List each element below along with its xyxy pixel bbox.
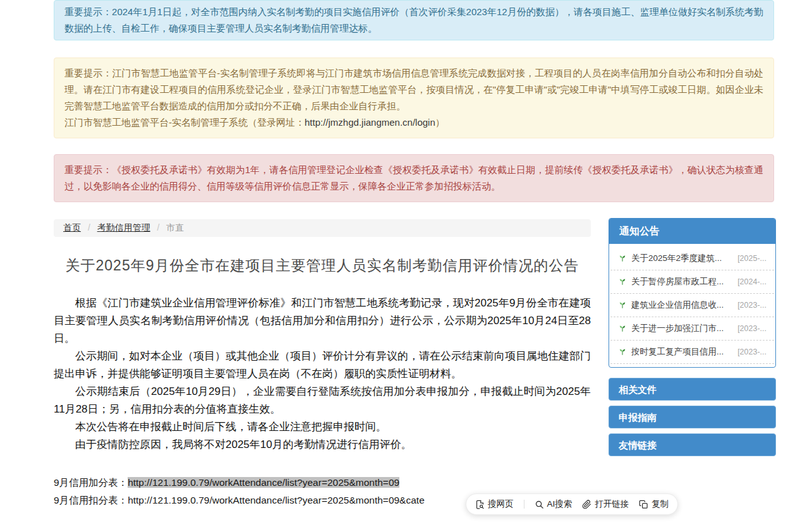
- search-web-label: 搜网页: [488, 499, 514, 510]
- paragraph: 公示期间，如对本企业（项目）或其他企业（项目）评价计分有异议的，请在公示结束前向…: [54, 348, 591, 383]
- page-search-icon: [475, 500, 485, 509]
- copy-label: 复制: [651, 499, 669, 510]
- alert-warning-login-line: 江门市智慧工地监管平台-实名制管理子系统（登录网址：http://jmzhgd.…: [64, 114, 763, 131]
- paragraph: 本次公告将在申报截止时间后下线，请各企业注意把握申报时间。: [54, 418, 591, 436]
- breadcrumb-current: 市直: [166, 222, 184, 233]
- notice-panel-list: 关于2025年2季度建筑... [2025-... 关于暂停房屋市政工程... …: [609, 244, 775, 367]
- article-body: 根据《江门市建筑业企业信用管理评价标准》和江门市智慧工地系统考勤记录，现对202…: [54, 294, 591, 454]
- notice-item-date: [2023-...: [737, 348, 767, 356]
- search-icon: [535, 500, 544, 509]
- sidebar: 通知公告 关于2025年2季度建筑... [2025-... 关于暂停房屋市政工…: [609, 218, 776, 456]
- ai-search-label: AI搜索: [547, 499, 573, 510]
- selection-toolbar: 搜网页 AI搜索 打开链接 复制: [466, 493, 678, 515]
- search-web-button[interactable]: 搜网页: [475, 499, 514, 510]
- list-item[interactable]: 关于2025年2季度建筑... [2025-...: [610, 247, 774, 270]
- notice-item-title: 关于进一步加强江门市...: [631, 323, 733, 334]
- notice-item-date: [2023-...: [737, 324, 767, 333]
- open-link-button[interactable]: 打开链接: [582, 499, 629, 510]
- sprout-icon: [618, 301, 627, 310]
- alert-danger-text: 重要提示：《授权委托及承诺书》有效期为1年，请各信用管理登记企业检查《授权委托及…: [64, 164, 763, 191]
- copy-icon: [639, 500, 648, 509]
- alert-warning: 重要提示：江门市智慧工地监管平台-实名制管理子系统即将与江门市建筑市场信用信息管…: [54, 57, 774, 138]
- notice-item-date: [2024-...: [737, 277, 767, 286]
- alert-info: 重要提示：2024年1月1日起，对全市范围内纳入实名制考勤的项目实施信用评价（首…: [54, 0, 774, 40]
- login-line-prefix: 江门市智慧工地监管平台-实名制管理子系统（登录网址：: [64, 117, 305, 128]
- notice-item-title: 按时复工复产项目信用...: [631, 346, 733, 358]
- notice-item-title: 关于2025年2季度建筑...: [631, 253, 733, 264]
- announcement-article: 关于2025年9月份全市在建项目主要管理人员实名制考勤信用评价情况的公告 根据《…: [54, 256, 591, 509]
- notice-item-date: [2023-...: [737, 301, 767, 310]
- sprout-icon: [618, 348, 627, 356]
- breadcrumb-separator: /: [88, 222, 90, 233]
- list-item[interactable]: 关于暂停房屋市政工程... [2024-...: [610, 270, 774, 294]
- paragraph: 由于疫情防控原因，我局将不对2025年10月的考勤情况进行信用评价。: [54, 436, 591, 454]
- notice-item-date: [2025-...: [737, 254, 767, 263]
- sidebar-item-friendly-links[interactable]: 友情链接: [609, 433, 776, 456]
- list-item[interactable]: 建筑业企业信用信息收... [2023-...: [610, 294, 774, 317]
- list-item[interactable]: 关于进一步加强江门市... [2023-...: [610, 317, 774, 341]
- login-url: http://jmzhgd.jiangmen.cn/login: [305, 117, 435, 128]
- paragraph: 公示期结束后（2025年10月29日），企业需要自行登陆系统按信用加分表申报加分…: [54, 383, 591, 418]
- bonus-table-url[interactable]: http://121.199.0.79/workAttendance/list?…: [128, 477, 399, 488]
- paragraph: 根据《江门市建筑业企业信用管理评价标准》和江门市智慧工地系统考勤记录，现对202…: [54, 294, 591, 348]
- breadcrumb-separator: /: [157, 222, 160, 233]
- toolbar-divider: [524, 500, 524, 509]
- ai-search-button[interactable]: AI搜索: [535, 499, 573, 510]
- penalty-table-url[interactable]: http://121.199.0.79/workAttendance/list?…: [128, 495, 425, 505]
- open-link-label: 打开链接: [595, 499, 629, 510]
- sprout-icon: [618, 324, 627, 333]
- sidebar-item-declaration-guide[interactable]: 申报指南: [609, 406, 776, 428]
- bonus-table-label: 9月信用加分表：: [54, 477, 128, 488]
- login-line-suffix: ）: [435, 117, 445, 128]
- notice-panel-title: 通知公告: [609, 219, 775, 244]
- notice-item-title: 关于暂停房屋市政工程...: [631, 276, 733, 287]
- sidebar-item-related-files[interactable]: 相关文件: [609, 378, 776, 401]
- page-title: 关于2025年9月份全市在建项目主要管理人员实名制考勤信用评价情况的公告: [54, 256, 591, 275]
- breadcrumb-home[interactable]: 首页: [63, 222, 81, 233]
- notice-item-title: 建筑业企业信用信息收...: [631, 299, 733, 311]
- breadcrumb-attendance-credit[interactable]: 考勤信用管理: [97, 222, 150, 233]
- list-item[interactable]: 按时复工复产项目信用... [2023-...: [610, 341, 774, 364]
- breadcrumb: 首页 / 考勤信用管理 / 市直: [54, 219, 591, 237]
- alert-danger: 重要提示：《授权委托及承诺书》有效期为1年，请各信用管理登记企业检查《授权委托及…: [54, 154, 774, 202]
- penalty-table-label: 9月信用扣分表：: [54, 495, 128, 505]
- link-icon: [582, 500, 591, 509]
- bonus-table-line: 9月信用加分表：http://121.199.0.79/workAttendan…: [54, 474, 591, 492]
- sprout-icon: [618, 277, 627, 286]
- copy-button[interactable]: 复制: [639, 499, 669, 510]
- notice-panel: 通知公告 关于2025年2季度建筑... [2025-... 关于暂停房屋市政工…: [609, 218, 776, 368]
- alert-warning-text: 重要提示：江门市智慧工地监管平台-实名制管理子系统即将与江门市建筑市场信用信息管…: [64, 65, 763, 114]
- alerts-region: 重要提示：2024年1月1日起，对全市范围内纳入实名制考勤的项目实施信用评价（首…: [54, 0, 774, 202]
- sprout-icon: [618, 254, 627, 263]
- alert-info-text: 重要提示：2024年1月1日起，对全市范围内纳入实名制考勤的项目实施信用评价（首…: [64, 6, 763, 33]
